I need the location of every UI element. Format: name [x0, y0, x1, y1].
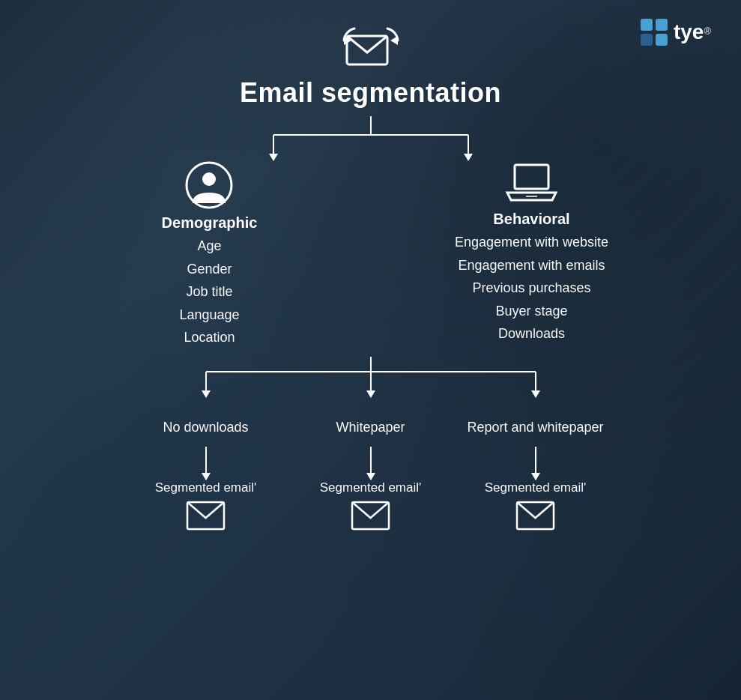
logo-square-2	[656, 19, 668, 31]
branch-label-2: Whitepaper	[336, 409, 405, 447]
svg-marker-8	[464, 154, 473, 161]
demographic-title: Demographic	[162, 214, 258, 232]
svg-rect-11	[515, 165, 548, 189]
columns: Demographic Age Gender Job title Languag…	[34, 161, 708, 349]
logo-grid	[641, 19, 668, 46]
svg-point-10	[202, 172, 216, 186]
svg-marker-25	[366, 473, 375, 480]
logo-text: tye®	[674, 20, 711, 44]
branch-arrow-2	[360, 447, 382, 480]
person-icon	[185, 161, 234, 210]
svg-marker-22	[202, 473, 211, 480]
branch-email-label-2: Segmented email'	[320, 480, 422, 495]
branch-arrow-1	[195, 447, 217, 480]
list-item: Engagement with website	[455, 231, 608, 254]
logo: tye®	[641, 19, 711, 46]
branch-email-label-3: Segmented email'	[485, 480, 587, 495]
list-item: Job title	[179, 280, 239, 304]
branch-email-label-1: Segmented email'	[155, 480, 257, 495]
logo-square-1	[641, 19, 653, 31]
list-item: Engagement with emails	[455, 254, 608, 277]
branch-no-downloads: No downloads Segmented email'	[124, 409, 288, 531]
downloads-branches: No downloads Segmented email' Whit	[116, 409, 626, 531]
branch-label-1: No downloads	[163, 409, 248, 447]
demographic-column: Demographic Age Gender Job title Languag…	[90, 161, 330, 349]
branch-arrow-3	[524, 447, 547, 480]
branch-email-icon-2	[350, 500, 391, 531]
page-title: Email segmentation	[240, 77, 501, 109]
list-item: Gender	[179, 258, 239, 281]
branch-email-icon-3	[515, 500, 556, 531]
behavioral-items: Engagement with website Engagement with …	[455, 231, 608, 346]
top-connector-svg	[176, 116, 566, 161]
header-section: Email segmentation	[240, 22, 501, 109]
laptop-icon	[503, 161, 560, 206]
svg-marker-20	[531, 390, 540, 398]
svg-marker-18	[366, 390, 375, 398]
svg-marker-1	[390, 36, 398, 45]
branch-email-icon-1	[185, 500, 226, 531]
list-item: Location	[179, 326, 239, 349]
diagram: Demographic Age Gender Job title Languag…	[34, 116, 708, 693]
svg-marker-6	[269, 154, 278, 161]
logo-reg: ®	[704, 25, 711, 37]
branch-report-whitepaper: Report and whitepaper Segmented email'	[453, 409, 618, 531]
logo-square-3	[641, 34, 653, 46]
list-item: Age	[179, 235, 239, 258]
branch-label-3: Report and whitepaper	[467, 409, 603, 447]
header-email-icon	[341, 22, 401, 71]
svg-marker-28	[531, 473, 540, 480]
demographic-items: Age Gender Job title Language Location	[179, 235, 239, 349]
svg-marker-16	[202, 390, 211, 398]
top-connector	[34, 116, 708, 161]
list-item: Previous purchases	[455, 277, 608, 300]
list-item: Buyer stage	[455, 300, 608, 323]
main-content: tye® Email segmentation	[0, 0, 741, 700]
downloads-connector-svg	[116, 357, 626, 409]
logo-square-4	[656, 34, 668, 46]
logo-name-text: tye	[674, 20, 704, 43]
behavioral-column: Behavioral Engagement with website Engag…	[412, 161, 652, 349]
branch-whitepaper: Whitepaper Segmented email'	[288, 409, 453, 531]
downloads-section: No downloads Segmented email' Whit	[34, 357, 708, 531]
behavioral-title: Behavioral	[493, 211, 569, 228]
list-item: Language	[179, 304, 239, 327]
list-item: Downloads	[455, 322, 608, 346]
